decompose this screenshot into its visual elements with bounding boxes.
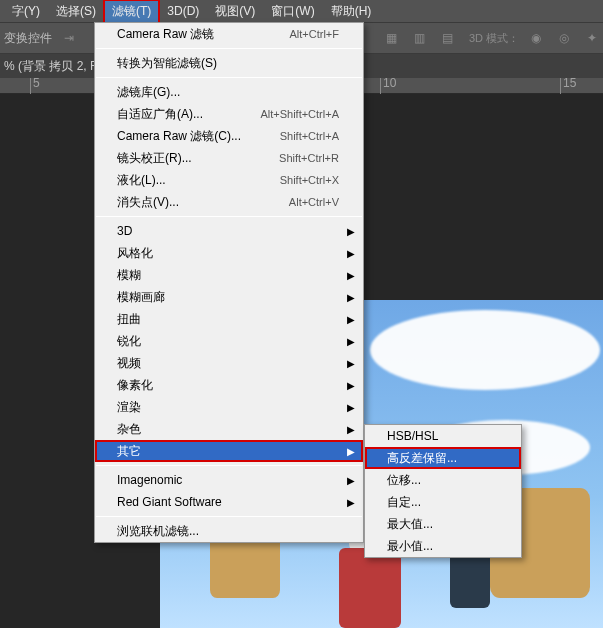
mode3d-icon[interactable]: ◎	[553, 27, 575, 49]
menu-3d[interactable]: 3D(D)	[159, 1, 207, 21]
filter-menu: Camera Raw 滤镜Alt+Ctrl+F 转换为智能滤镜(S) 滤镜库(G…	[94, 22, 364, 543]
menu-item-pixelate[interactable]: 像素化▶	[95, 374, 363, 396]
menu-item-last-filter[interactable]: Camera Raw 滤镜Alt+Ctrl+F	[95, 23, 363, 45]
mode-3d-label: 3D 模式：	[469, 31, 519, 46]
mode3d-icon[interactable]: ✦	[581, 27, 603, 49]
menu-item-red-giant[interactable]: Red Giant Software▶	[95, 491, 363, 513]
chevron-right-icon: ▶	[347, 226, 355, 237]
submenu-item-maximum[interactable]: 最大值...	[365, 513, 521, 535]
ruler-tick: 10	[380, 78, 396, 94]
menu-view[interactable]: 视图(V)	[207, 0, 263, 23]
mode3d-icon[interactable]: ◉	[525, 27, 547, 49]
menu-item-sharpen[interactable]: 锐化▶	[95, 330, 363, 352]
menu-item-filter-gallery[interactable]: 滤镜库(G)...	[95, 81, 363, 103]
menubar: 字(Y) 选择(S) 滤镜(T) 3D(D) 视图(V) 窗口(W) 帮助(H)	[0, 0, 603, 22]
menu-window[interactable]: 窗口(W)	[263, 0, 322, 23]
menu-item-vanishing-point[interactable]: 消失点(V)...Alt+Ctrl+V	[95, 191, 363, 213]
menu-select[interactable]: 选择(S)	[48, 0, 104, 23]
menu-item-distort[interactable]: 扭曲▶	[95, 308, 363, 330]
tool-icon[interactable]: ▦	[381, 27, 403, 49]
chevron-right-icon: ▶	[347, 314, 355, 325]
menu-filter[interactable]: 滤镜(T)	[104, 0, 159, 23]
tool-icon[interactable]: ▥	[409, 27, 431, 49]
menu-item-adaptive-wide[interactable]: 自适应广角(A)...Alt+Shift+Ctrl+A	[95, 103, 363, 125]
submenu-item-custom[interactable]: 自定...	[365, 491, 521, 513]
chevron-right-icon: ▶	[347, 402, 355, 413]
chevron-right-icon: ▶	[347, 446, 355, 457]
menu-item-lens-correction[interactable]: 镜头校正(R)...Shift+Ctrl+R	[95, 147, 363, 169]
tool-icon[interactable]: ▤	[437, 27, 459, 49]
ruler-tick: 5	[30, 78, 40, 94]
menu-item-blur[interactable]: 模糊▶	[95, 264, 363, 286]
menu-item-noise[interactable]: 杂色▶	[95, 418, 363, 440]
chevron-right-icon: ▶	[347, 380, 355, 391]
menu-item-blur-gallery[interactable]: 模糊画廊▶	[95, 286, 363, 308]
ruler-tick: 15	[560, 78, 576, 94]
menu-item-other[interactable]: 其它▶	[95, 440, 363, 462]
menu-item-convert-smart[interactable]: 转换为智能滤镜(S)	[95, 52, 363, 74]
menu-item-liquify[interactable]: 液化(L)...Shift+Ctrl+X	[95, 169, 363, 191]
align-icon[interactable]: ⇥	[58, 27, 80, 49]
menu-item-3d[interactable]: 3D▶	[95, 220, 363, 242]
menu-item-video[interactable]: 视频▶	[95, 352, 363, 374]
chevron-right-icon: ▶	[347, 475, 355, 486]
chevron-right-icon: ▶	[347, 270, 355, 281]
menu-item-render[interactable]: 渲染▶	[95, 396, 363, 418]
submenu-item-minimum[interactable]: 最小值...	[365, 535, 521, 557]
menu-item-camera-raw[interactable]: Camera Raw 滤镜(C)...Shift+Ctrl+A	[95, 125, 363, 147]
swap-controls-label: 变换控件	[4, 30, 52, 47]
chevron-right-icon: ▶	[347, 358, 355, 369]
menu-item-imagenomic[interactable]: Imagenomic▶	[95, 469, 363, 491]
menu-item-browse-online[interactable]: 浏览联机滤镜...	[95, 520, 363, 542]
menu-item-stylize[interactable]: 风格化▶	[95, 242, 363, 264]
submenu-item-hsbhsl[interactable]: HSB/HSL	[365, 425, 521, 447]
chevron-right-icon: ▶	[347, 336, 355, 347]
submenu-item-offset[interactable]: 位移...	[365, 469, 521, 491]
document-tab[interactable]: % (背景 拷贝 2, F	[4, 58, 97, 75]
chevron-right-icon: ▶	[347, 248, 355, 259]
chevron-right-icon: ▶	[347, 497, 355, 508]
menu-text[interactable]: 字(Y)	[4, 0, 48, 23]
filter-other-submenu: HSB/HSL 高反差保留... 位移... 自定... 最大值... 最小值.…	[364, 424, 522, 558]
chevron-right-icon: ▶	[347, 424, 355, 435]
submenu-item-high-pass[interactable]: 高反差保留...	[365, 447, 521, 469]
menu-help[interactable]: 帮助(H)	[323, 0, 380, 23]
chevron-right-icon: ▶	[347, 292, 355, 303]
